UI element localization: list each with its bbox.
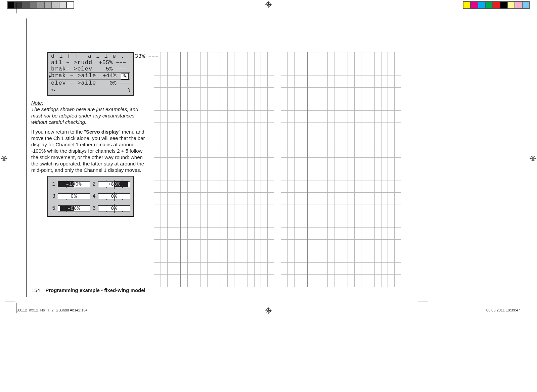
note-body: The settings shown here are just example… <box>31 106 147 125</box>
lcd-row: brak– >elev–5%––– <box>48 66 133 72</box>
lcd-value: 0% <box>96 80 116 86</box>
swatch <box>471 1 478 9</box>
para-part-a: If you now return to the " <box>31 129 86 135</box>
crop-mark <box>16 3 16 13</box>
servo-bar: 0% <box>58 194 90 199</box>
servo-display-lcd: 1–100%2+88%30%40%5–88%60% <box>47 176 134 217</box>
lcd-label: d i f f a i l e . <box>51 53 125 59</box>
lcd-label: elev – >aile <box>51 80 96 86</box>
page-content: d i f f a i l e .+33%–––ail – >rudd+55%–… <box>26 18 401 297</box>
lcd-switch: ––– <box>116 80 133 86</box>
color-swatches-right <box>463 1 530 9</box>
left-column: d i f f a i l e .+33%–––ail – >rudd+55%–… <box>26 18 147 297</box>
servo-bar-label: 0% <box>98 206 130 211</box>
servo-bar-label: –100% <box>58 182 90 187</box>
servo-bar-label: –88% <box>58 206 90 211</box>
swatch <box>493 1 500 9</box>
servo-bar-label: 0% <box>98 194 130 199</box>
servo-bar: 0% <box>98 194 130 199</box>
swatch <box>66 1 74 9</box>
arrows-icon <box>51 87 56 94</box>
section-title: Programming example - ﬁxed-wing model <box>45 287 145 293</box>
color-swatches-left <box>7 1 74 9</box>
swatch <box>507 1 515 9</box>
servo-bar-label: 0% <box>58 194 90 199</box>
page-footer: 154 Programming example - ﬁxed-wing mode… <box>32 287 145 293</box>
crop-mark <box>5 15 15 15</box>
lcd-label: brak– >elev <box>51 66 92 72</box>
lcd-value: +33% <box>125 53 145 59</box>
lcd-row: ▶brak – >aile+44%3◣ <box>48 72 133 80</box>
slug-line: 33112_mx12_HoTT_2_GB.indd Abs42:154 06.0… <box>17 308 520 312</box>
pointer-icon: ▶ <box>49 74 51 80</box>
swatch <box>7 1 15 9</box>
lcd-label: brak – >aile <box>51 72 96 80</box>
crop-mark <box>417 3 417 13</box>
para-part-c: " menu and move the Ch 1 stick alone, yo… <box>31 129 145 173</box>
lcd-value: +44% <box>96 72 116 80</box>
swatch <box>515 1 522 9</box>
para-part-b: Servo display <box>86 129 119 135</box>
lcd-label: ail – >rudd <box>51 59 92 66</box>
lcd-row: elev – >aile0%––– <box>48 80 133 86</box>
servo-channel-number: 3 <box>51 193 56 199</box>
page-number: 154 <box>32 287 40 293</box>
swatch <box>37 1 44 9</box>
swatch <box>463 1 471 9</box>
slug-date: 06.06.2011 19:39:47 <box>486 308 520 312</box>
lcd-switch: ––– <box>113 59 129 66</box>
crop-mark <box>16 303 16 313</box>
swatch <box>30 1 37 9</box>
servo-channel-number: 6 <box>92 205 96 211</box>
graph-paper-right <box>281 52 401 287</box>
swatch <box>485 1 493 9</box>
servo-bar: 0% <box>98 206 130 211</box>
servo-channel-number: 4 <box>92 193 96 199</box>
swatch <box>52 1 59 9</box>
crop-mark <box>418 301 428 301</box>
swatch <box>59 1 66 9</box>
servo-bar: –100% <box>58 182 90 187</box>
lcd-switch: ––– <box>113 66 129 72</box>
registration-mark-icon <box>1 155 7 162</box>
servo-bar: +88% <box>98 182 130 187</box>
lcd-row: ail – >rudd+55%––– <box>48 59 133 66</box>
servo-channel-number: 2 <box>92 181 96 187</box>
swatch <box>522 1 530 9</box>
swatch <box>22 1 30 9</box>
swatch <box>500 1 507 9</box>
crop-mark <box>5 301 15 301</box>
lcd-value: –5% <box>92 66 113 72</box>
enter-icon: ⤵ <box>128 87 130 94</box>
body-paragraph: If you now return to the "Servo display"… <box>31 129 147 173</box>
note-heading: Note: <box>31 100 147 106</box>
servo-bar-label: +88% <box>98 182 130 187</box>
registration-mark-icon <box>530 155 536 162</box>
servo-channel-number: 5 <box>51 205 56 211</box>
lcd-value: +55% <box>92 59 113 66</box>
crop-mark <box>418 15 428 15</box>
slug-file: 33112_mx12_HoTT_2_GB.indd Abs42:154 <box>17 308 87 312</box>
mixer-lcd: d i f f a i l e .+33%–––ail – >rudd+55%–… <box>47 52 134 96</box>
swatch <box>44 1 52 9</box>
lcd-switch: 3◣ <box>116 72 133 80</box>
swatch <box>478 1 485 9</box>
graph-paper-middle <box>154 52 274 287</box>
servo-channel-number: 1 <box>51 181 56 187</box>
registration-mark-icon <box>265 1 272 8</box>
servo-bar: –88% <box>58 206 90 211</box>
lcd-row: d i f f a i l e .+33%––– <box>48 53 133 59</box>
